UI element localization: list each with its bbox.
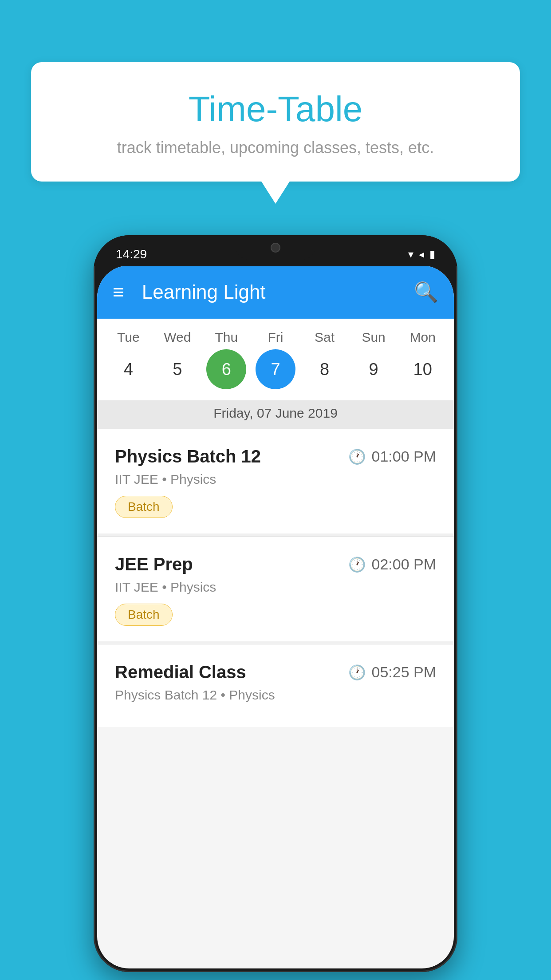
hamburger-icon[interactable]: ≡ [113, 282, 124, 302]
feature-title: Time-Table [53, 89, 498, 130]
schedule-item-2-subtitle: IIT JEE • Physics [115, 580, 436, 595]
schedule-item-3-time: 05:25 PM [371, 664, 436, 681]
schedule-item-2-header: JEE Prep 🕐 02:00 PM [115, 554, 436, 574]
day-headers: Tue Wed Thu Fri Sat Sun Mon [97, 330, 454, 345]
feature-subtitle: track timetable, upcoming classes, tests… [53, 138, 498, 157]
schedule-item-1-header: Physics Batch 12 🕐 01:00 PM [115, 447, 436, 466]
day-4[interactable]: 4 [108, 349, 148, 389]
search-icon[interactable]: 🔍 [414, 281, 438, 304]
status-time: 14:29 [116, 247, 147, 261]
schedule-item-3-title: Remedial Class [115, 662, 246, 682]
schedule-item-1-subtitle: IIT JEE • Physics [115, 472, 436, 487]
schedule-item-1-title: Physics Batch 12 [115, 447, 261, 466]
speech-bubble-section: Time-Table track timetable, upcoming cla… [31, 62, 520, 182]
day-8[interactable]: 8 [305, 349, 345, 389]
day-9[interactable]: 9 [354, 349, 394, 389]
batch-badge-1: Batch [115, 496, 173, 518]
day-header-tue: Tue [108, 330, 148, 345]
day-5[interactable]: 5 [157, 349, 197, 389]
schedule-item-3-subtitle: Physics Batch 12 • Physics [115, 688, 436, 703]
signal-icon: ◂ [419, 248, 424, 261]
day-numbers: 4 5 6 7 8 9 10 [97, 349, 454, 389]
schedule-list: Physics Batch 12 🕐 01:00 PM IIT JEE • Ph… [97, 429, 454, 727]
day-header-fri: Fri [256, 330, 295, 345]
day-header-sat: Sat [305, 330, 345, 345]
day-6-today[interactable]: 6 [206, 349, 246, 389]
schedule-item-3-time-container: 🕐 05:25 PM [348, 664, 436, 681]
app-bar: ≡ Learning Light 🔍 [97, 265, 454, 319]
batch-badge-2: Batch [115, 604, 173, 626]
day-header-wed: Wed [157, 330, 197, 345]
status-icons: ▾ ◂ ▮ [408, 248, 435, 261]
schedule-item-2-title: JEE Prep [115, 554, 193, 574]
day-10[interactable]: 10 [403, 349, 443, 389]
schedule-item-3-header: Remedial Class 🕐 05:25 PM [115, 662, 436, 682]
selected-date-label: Friday, 07 June 2019 [97, 400, 454, 429]
schedule-item-2-time-container: 🕐 02:00 PM [348, 556, 436, 573]
schedule-item-2[interactable]: JEE Prep 🕐 02:00 PM IIT JEE • Physics Ba… [97, 537, 454, 641]
app-title: Learning Light [142, 281, 414, 303]
wifi-icon: ▾ [408, 248, 413, 261]
phone-screen: ≡ Learning Light 🔍 Tue Wed Thu Fri Sat S… [97, 265, 454, 968]
speech-bubble-card: Time-Table track timetable, upcoming cla… [31, 62, 520, 182]
day-header-sun: Sun [354, 330, 394, 345]
clock-icon-2: 🕐 [348, 556, 366, 573]
day-7-selected[interactable]: 7 [256, 349, 295, 389]
day-header-mon: Mon [403, 330, 443, 345]
schedule-item-3[interactable]: Remedial Class 🕐 05:25 PM Physics Batch … [97, 644, 454, 727]
schedule-item-2-time: 02:00 PM [371, 556, 436, 573]
calendar-strip: Tue Wed Thu Fri Sat Sun Mon 4 5 6 7 8 9 … [97, 319, 454, 400]
status-bar: 14:29 ▾ ◂ ▮ [94, 235, 457, 266]
clock-icon-3: 🕐 [348, 664, 366, 681]
camera-dot [271, 243, 280, 253]
schedule-item-1[interactable]: Physics Batch 12 🕐 01:00 PM IIT JEE • Ph… [97, 429, 454, 533]
day-header-thu: Thu [206, 330, 246, 345]
phone-notch [236, 235, 315, 260]
battery-icon: ▮ [429, 248, 435, 261]
phone-mockup: 14:29 ▾ ◂ ▮ ≡ Learning Light 🔍 Tue [94, 235, 457, 972]
phone-frame: 14:29 ▾ ◂ ▮ ≡ Learning Light 🔍 Tue [94, 235, 457, 972]
clock-icon-1: 🕐 [348, 448, 366, 465]
schedule-item-1-time-container: 🕐 01:00 PM [348, 448, 436, 465]
schedule-item-1-time: 01:00 PM [371, 448, 436, 465]
